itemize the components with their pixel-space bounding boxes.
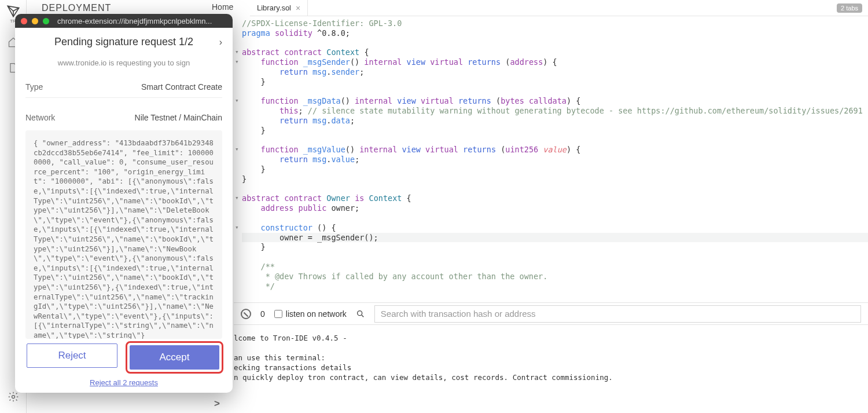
- editor-code-area[interactable]: //SPDX-License-Identifier: GPL-3.0pragma…: [242, 19, 868, 291]
- popup-title: Pending signature request 1/2 ›: [25, 36, 222, 48]
- extension-url: chrome-extension://ibnejdfjmmkpcnlpebklm…: [57, 17, 212, 25]
- tab-count-badge[interactable]: 2 tabs: [837, 3, 862, 13]
- fold-icon[interactable]: ▾: [235, 145, 239, 155]
- fold-icon[interactable]: ▾: [235, 193, 239, 203]
- signature-request-popup: chrome-extension://ibnejdfjmmkpcnlpebklm…: [15, 14, 233, 393]
- home-link[interactable]: Home: [212, 2, 233, 12]
- code-line[interactable]: [242, 213, 868, 223]
- code-line[interactable]: pragma solidity ^0.8.0;: [242, 28, 868, 38]
- code-editor[interactable]: ▾▾▾▾▾▾ //SPDX-License-Identifier: GPL-3.…: [234, 16, 868, 300]
- code-line[interactable]: * @dev Throws if called by any account o…: [242, 272, 868, 282]
- code-line[interactable]: [242, 252, 868, 262]
- editor-gutter: ▾▾▾▾▾▾: [234, 16, 242, 300]
- info-key: Type: [25, 82, 43, 92]
- tab-label: Library.sol: [257, 3, 291, 12]
- code-line[interactable]: //SPDX-License-Identifier: GPL-3.0: [242, 19, 868, 28]
- code-line[interactable]: function _msgSender() internal view virt…: [242, 57, 868, 67]
- accept-button[interactable]: Accept: [130, 345, 219, 370]
- code-line[interactable]: function _msgValue() internal view virtu…: [242, 145, 868, 155]
- window-zoom-icon[interactable]: [43, 18, 49, 24]
- svg-point-0: [12, 396, 14, 399]
- window-minimize-icon[interactable]: [32, 18, 38, 24]
- code-line[interactable]: [242, 38, 868, 48]
- reject-all-link[interactable]: Reject all 2 requests: [25, 378, 222, 387]
- listen-network-label: listen on network: [286, 309, 347, 319]
- fold-icon[interactable]: ▾: [235, 47, 239, 57]
- info-value: Smart Contract Create: [141, 82, 222, 92]
- code-line[interactable]: }: [242, 77, 868, 87]
- svg-point-1: [358, 310, 362, 315]
- fold-icon[interactable]: ▾: [235, 57, 239, 67]
- close-icon[interactable]: ×: [296, 4, 300, 12]
- clear-console-icon[interactable]: [241, 309, 251, 319]
- fold-icon[interactable]: ▾: [235, 96, 239, 106]
- listen-network-toggle[interactable]: listen on network: [274, 309, 347, 319]
- chevron-right-icon[interactable]: ›: [219, 37, 222, 47]
- window-close-icon[interactable]: [21, 18, 27, 24]
- terminal-prompt-icon: >: [214, 398, 220, 410]
- code-line[interactable]: abstract contract Context {: [242, 47, 868, 57]
- popup-subtext: www.tronide.io is requesting you to sign: [25, 59, 222, 67]
- code-line[interactable]: constructor () {: [242, 223, 868, 233]
- code-line[interactable]: */: [242, 282, 868, 291]
- code-line[interactable]: return msg.sender;: [242, 67, 868, 77]
- code-line[interactable]: function _msgData() internal view virtua…: [242, 96, 868, 106]
- tx-search-input[interactable]: [374, 305, 861, 323]
- code-line[interactable]: [242, 184, 868, 194]
- code-line[interactable]: }: [242, 165, 868, 174]
- popup-info-row: TypeSmart Contract Create: [25, 82, 222, 92]
- info-value: Nile Testnet / MainChain: [135, 113, 222, 122]
- reject-button[interactable]: Reject: [27, 343, 117, 368]
- console-toolbar: 0 listen on network: [234, 302, 868, 324]
- editor-tab-bar: Library.sol × 2 tabs: [250, 0, 868, 16]
- fold-icon[interactable]: ▾: [235, 223, 239, 233]
- terminal-output[interactable]: lcome to Tron-IDE v0.4.5 - an use this t…: [234, 324, 868, 413]
- popup-titlebar: chrome-extension://ibnejdfjmmkpcnlpebklm…: [15, 14, 233, 28]
- transaction-payload: { "owner_address": "413bdaabdf37b641b293…: [25, 130, 222, 339]
- code-line[interactable]: this; // silence state mutability warnin…: [242, 106, 868, 116]
- code-line[interactable]: }: [242, 126, 868, 136]
- listen-network-checkbox[interactable]: [274, 310, 282, 318]
- code-line[interactable]: return msg.data;: [242, 116, 868, 126]
- code-line[interactable]: owner = _msgSender();: [242, 233, 868, 243]
- code-line[interactable]: }: [242, 242, 868, 252]
- code-line[interactable]: address public owner;: [242, 203, 868, 213]
- tab-library-sol[interactable]: Library.sol ×: [250, 0, 308, 16]
- code-line[interactable]: [242, 136, 868, 145]
- panel-title: DEPLOYMENT: [42, 3, 111, 13]
- code-line[interactable]: /**: [242, 262, 868, 272]
- info-key: Network: [25, 113, 55, 122]
- search-icon[interactable]: [356, 309, 365, 319]
- code-line[interactable]: }: [242, 174, 868, 184]
- popup-info-row: NetworkNile Testnet / MainChain: [25, 113, 222, 122]
- code-line[interactable]: abstract contract Owner is Context {: [242, 193, 868, 203]
- pending-tx-count: 0: [260, 309, 265, 319]
- code-line[interactable]: [242, 87, 868, 97]
- code-line[interactable]: return msg.value;: [242, 155, 868, 165]
